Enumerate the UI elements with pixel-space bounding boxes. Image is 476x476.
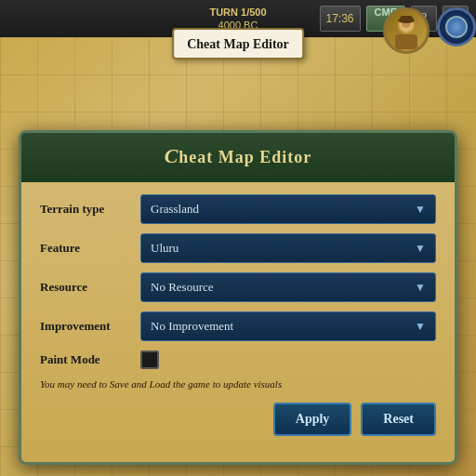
paint-mode-checkbox[interactable]: [140, 350, 159, 369]
paint-mode-label: Paint Mode: [40, 352, 133, 367]
feature-label: Feature: [40, 241, 133, 256]
cheat-map-editor-modal: Cheat Map Editor Terrain type Grassland …: [19, 130, 457, 465]
terrain-type-arrow: ▼: [415, 203, 426, 217]
reset-button[interactable]: Reset: [361, 403, 436, 436]
modal-title-rest: heat Map Editor: [178, 148, 311, 166]
tooltip-text: Cheat Map Editor: [187, 37, 289, 51]
svg-rect-5: [400, 16, 413, 22]
cheat-map-editor-tooltip: Cheat Map Editor: [172, 28, 304, 60]
improvement-label: Improvement: [40, 319, 133, 334]
apply-button[interactable]: Apply: [273, 403, 352, 436]
time-display: 17:36: [320, 6, 361, 32]
feature-value: Uluru: [151, 241, 178, 256]
resource-arrow: ▼: [415, 281, 426, 295]
modal-title-letter: C: [165, 144, 179, 167]
resource-label: Resource: [40, 280, 133, 295]
civ-icon[interactable]: [437, 7, 476, 46]
feature-arrow: ▼: [415, 242, 426, 256]
modal-header: Cheat Map Editor: [21, 133, 455, 179]
modal-body: Terrain type Grassland ▼ Feature Uluru ▼…: [21, 183, 455, 447]
feature-row: Feature Uluru ▼: [40, 233, 436, 263]
paint-mode-row: Paint Mode: [40, 350, 436, 369]
improvement-value: No Improvement: [151, 319, 233, 334]
turn-number: TURN 1/500: [209, 6, 266, 19]
resource-value: No Resource: [151, 280, 214, 295]
terrain-type-label: Terrain type: [40, 202, 133, 217]
hint-text: You may need to Save and Load the game t…: [40, 378, 436, 390]
resource-row: Resource No Resource ▼: [40, 272, 436, 302]
feature-select[interactable]: Uluru ▼: [140, 233, 436, 263]
improvement-row: Improvement No Improvement ▼: [40, 311, 436, 341]
avatar[interactable]: [383, 7, 430, 54]
improvement-arrow: ▼: [415, 320, 426, 334]
resource-select[interactable]: No Resource ▼: [140, 272, 436, 302]
terrain-type-value: Grassland: [151, 202, 199, 217]
terrain-type-select[interactable]: Grassland ▼: [140, 194, 436, 224]
improvement-select[interactable]: No Improvement ▼: [140, 311, 436, 341]
modal-title: Cheat Map Editor: [165, 148, 312, 166]
terrain-type-row: Terrain type Grassland ▼: [40, 194, 436, 224]
button-row: Apply Reset: [40, 403, 436, 436]
svg-rect-1: [395, 34, 417, 49]
